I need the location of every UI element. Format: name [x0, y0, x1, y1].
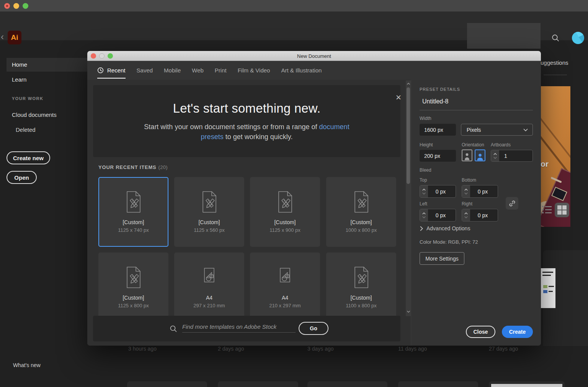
- stock-search-input[interactable]: [182, 321, 296, 333]
- recent-item-size: 1125 x 800 px: [118, 303, 149, 308]
- custom-document-icon: [124, 189, 143, 215]
- app-header: ‹ Ai: [0, 11, 588, 40]
- recent-items-header: YOUR RECENT ITEMS(20): [98, 164, 168, 170]
- bleed-left-stepper[interactable]: 0 px: [420, 209, 456, 221]
- document-name-field[interactable]: [422, 98, 529, 105]
- scrollbar[interactable]: [406, 80, 411, 316]
- sidebar-item-home[interactable]: Home: [7, 58, 87, 72]
- landscape-person-icon: [476, 153, 484, 161]
- dialog-close-icon[interactable]: [91, 53, 96, 59]
- illustrator-logo[interactable]: Ai: [8, 31, 21, 44]
- bleed-bottom-arrows[interactable]: [462, 185, 470, 197]
- whats-new-card[interactable]: [398, 381, 478, 387]
- sidebar-item-cloud-documents[interactable]: Cloud documents: [12, 112, 57, 118]
- file-timestamp: 3 hours ago: [128, 346, 157, 352]
- recent-item-card[interactable]: [Custom] 1125 x 800 px: [98, 253, 168, 322]
- whats-new-label: What's new: [13, 362, 41, 368]
- tab-saved[interactable]: Saved: [137, 61, 153, 80]
- document-preview-thumbnail[interactable]: [541, 268, 555, 308]
- back-chevron-icon[interactable]: ‹: [1, 32, 4, 41]
- dialog-minimize-icon[interactable]: [99, 53, 105, 59]
- bleed-left-label: Left: [420, 201, 427, 207]
- bleed-link-button[interactable]: [506, 197, 518, 210]
- recent-item-card[interactable]: A4 297 x 210 mm: [174, 253, 244, 322]
- whats-new-card[interactable]: [218, 381, 298, 387]
- illustrator-window: ‹ Ai Home Learn YOUR WORK Cloud document…: [0, 0, 588, 387]
- bleed-top-label: Top: [420, 177, 427, 183]
- minimize-window-icon[interactable]: [13, 3, 19, 9]
- bleed-top-arrows[interactable]: [420, 185, 428, 197]
- recent-item-card[interactable]: A4 210 x 297 mm: [250, 253, 320, 322]
- search-icon[interactable]: [551, 34, 560, 42]
- recent-item-name: A4: [206, 295, 212, 301]
- header-panel: [467, 23, 541, 49]
- recent-item-card[interactable]: [Custom] 1000 x 800 px: [326, 177, 396, 247]
- tab-recent[interactable]: Recent: [97, 61, 126, 80]
- bleed-left-value[interactable]: 0 px: [428, 209, 456, 221]
- recent-item-size: 1000 x 800 px: [346, 227, 377, 233]
- grid-view-icon: [557, 205, 567, 215]
- bleed-right-stepper[interactable]: 0 px: [462, 209, 498, 221]
- more-settings-button[interactable]: More Settings: [420, 252, 464, 265]
- bleed-right-value[interactable]: 0 px: [470, 209, 498, 221]
- account-avatar[interactable]: [572, 32, 584, 44]
- image-caption-partial: or: [541, 159, 549, 169]
- width-field[interactable]: [420, 124, 456, 136]
- bleed-bottom-label: Bottom: [462, 177, 476, 183]
- recent-items-count: (20): [158, 164, 168, 170]
- close-button[interactable]: Close: [466, 326, 495, 338]
- open-button[interactable]: Open: [7, 171, 37, 184]
- orientation-landscape-button[interactable]: [475, 149, 485, 161]
- whats-new-card[interactable]: [307, 381, 387, 387]
- bleed-right-label: Right: [462, 201, 472, 207]
- bleed-top-stepper[interactable]: 0 px: [420, 185, 456, 198]
- recent-item-name: A4: [282, 295, 288, 301]
- file-timestamp: 11 days ago: [398, 346, 427, 352]
- bleed-label: Bleed: [420, 167, 431, 173]
- create-button[interactable]: Create: [502, 326, 533, 338]
- tab-film-video[interactable]: Film & Video: [238, 61, 270, 80]
- color-mode-text: Color Mode: RGB, PPI: 72: [420, 239, 478, 245]
- dialog-zoom-icon[interactable]: [108, 53, 113, 59]
- bleed-left-arrows[interactable]: [420, 209, 428, 221]
- sidebar-item-learn[interactable]: Learn: [12, 76, 26, 83]
- list-view-icon[interactable]: [542, 205, 552, 214]
- recent-item-card[interactable]: [Custom] 1125 x 740 px: [98, 177, 168, 247]
- units-dropdown[interactable]: Pixels: [461, 124, 533, 136]
- file-timestamp: 2 days ago: [218, 346, 244, 352]
- recent-item-card[interactable]: [Custom] 1125 x 560 px: [174, 177, 244, 247]
- recent-item-card[interactable]: [Custom] 1125 x 900 px: [250, 177, 320, 247]
- bleed-bottom-value[interactable]: 0 px: [470, 185, 498, 197]
- recent-item-card[interactable]: [Custom] 1100 x 800 px: [326, 253, 396, 322]
- recent-item-size: 1125 x 740 px: [118, 227, 149, 233]
- advanced-options-toggle[interactable]: Advanced Options: [420, 225, 470, 231]
- height-field[interactable]: [420, 150, 456, 162]
- zoom-window-icon[interactable]: [23, 3, 28, 9]
- scroll-down-icon[interactable]: [407, 311, 410, 313]
- create-new-button[interactable]: Create new: [7, 151, 50, 164]
- tab-print[interactable]: Print: [215, 61, 227, 80]
- whats-new-card[interactable]: [489, 381, 565, 387]
- scroll-up-icon[interactable]: [407, 83, 410, 85]
- scrollbar-thumb[interactable]: [407, 87, 410, 184]
- tab-art-illustration[interactable]: Art & Illustration: [281, 61, 322, 80]
- sidebar-item-deleted[interactable]: Deleted: [16, 126, 36, 133]
- suggestions-heading-partial: uggestions: [541, 59, 568, 66]
- recent-item-size: 297 x 210 mm: [193, 303, 225, 308]
- whats-new-card[interactable]: [127, 381, 207, 387]
- hero-close-icon[interactable]: ✕: [394, 93, 403, 102]
- bleed-top-value[interactable]: 0 px: [428, 185, 456, 197]
- hero-heading: Let's start something new.: [93, 101, 400, 116]
- bleed-right-arrows[interactable]: [462, 209, 470, 221]
- recent-item-name: [Custom]: [122, 219, 144, 225]
- artboards-stepper-arrows[interactable]: [491, 150, 499, 161]
- bleed-bottom-stepper[interactable]: 0 px: [462, 185, 498, 198]
- artboards-stepper[interactable]: 1: [491, 150, 533, 162]
- tab-mobile[interactable]: Mobile: [164, 61, 181, 80]
- artboards-value[interactable]: 1: [499, 150, 532, 161]
- tab-web[interactable]: Web: [192, 61, 204, 80]
- grid-view-button[interactable]: [555, 203, 569, 217]
- go-button[interactable]: Go: [299, 322, 328, 335]
- close-window-icon[interactable]: [4, 3, 10, 9]
- orientation-portrait-button[interactable]: [462, 149, 472, 161]
